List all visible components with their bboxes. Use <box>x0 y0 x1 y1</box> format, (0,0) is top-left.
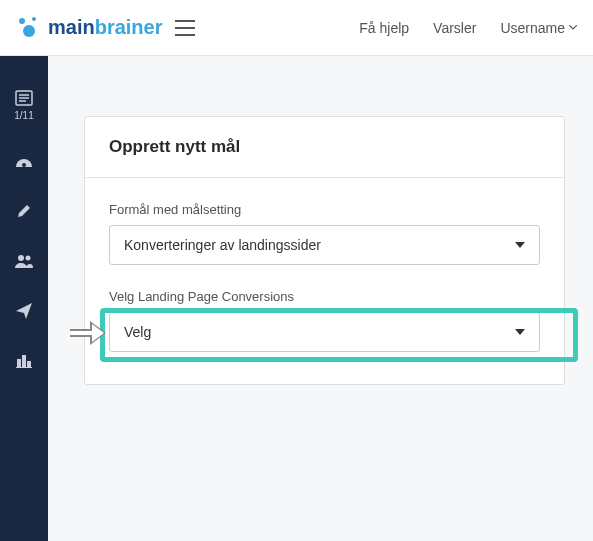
field-landing-page: Velg Landing Page Conversions Velg <box>109 289 540 352</box>
username-label: Username <box>500 20 565 36</box>
alerts-link[interactable]: Varsler <box>433 20 476 36</box>
sidebar-item-users[interactable] <box>14 251 34 271</box>
svg-point-4 <box>22 163 26 167</box>
help-link[interactable]: Få hjelp <box>359 20 409 36</box>
field-purpose-label: Formål med målsetting <box>109 202 540 217</box>
sidebar: 1/11 <box>0 56 48 541</box>
pencil-icon <box>14 201 34 221</box>
sidebar-item-send[interactable] <box>14 301 34 321</box>
chevron-down-icon <box>515 242 525 248</box>
topbar-links: Få hjelp Varsler Username <box>359 20 577 36</box>
sidebar-item-progress[interactable]: 1/11 <box>14 88 34 121</box>
chevron-down-icon <box>515 329 525 335</box>
sidebar-item-edit[interactable] <box>14 201 34 221</box>
logo[interactable]: mainbrainer <box>16 15 163 41</box>
select-landing-page[interactable]: Velg <box>109 312 540 352</box>
list-icon <box>14 88 34 108</box>
main-content: Opprett nytt mål Formål med målsetting K… <box>48 56 593 541</box>
field-landing-page-label: Velg Landing Page Conversions <box>109 289 540 304</box>
hamburger-menu-button[interactable] <box>175 20 195 36</box>
card-header: Opprett nytt mål <box>85 117 564 178</box>
svg-point-2 <box>23 25 35 37</box>
bar-chart-icon <box>14 351 34 371</box>
card-body: Formål med målsetting Konverteringer av … <box>85 178 564 384</box>
sidebar-item-dashboard[interactable] <box>14 151 34 171</box>
select-purpose-value: Konverteringer av landingssider <box>124 237 321 253</box>
card-title: Opprett nytt mål <box>109 137 540 157</box>
svg-point-1 <box>32 17 36 21</box>
user-menu[interactable]: Username <box>500 20 577 36</box>
field-purpose: Formål med målsetting Konverteringer av … <box>109 202 540 265</box>
sidebar-item-stats[interactable] <box>14 351 34 371</box>
select-purpose[interactable]: Konverteringer av landingssider <box>109 225 540 265</box>
svg-point-5 <box>18 255 24 261</box>
logo-text: mainbrainer <box>48 16 163 39</box>
users-icon <box>14 251 34 271</box>
topbar: mainbrainer Få hjelp Varsler Username <box>0 0 593 56</box>
progress-label: 1/11 <box>14 110 33 121</box>
logo-mark-icon <box>16 15 42 41</box>
svg-point-6 <box>26 256 31 261</box>
create-goal-card: Opprett nytt mål Formål med målsetting K… <box>84 116 565 385</box>
svg-point-0 <box>19 18 25 24</box>
select-landing-page-value: Velg <box>124 324 151 340</box>
gauge-icon <box>14 151 34 171</box>
chevron-down-icon <box>569 25 577 30</box>
paper-plane-icon <box>14 301 34 321</box>
